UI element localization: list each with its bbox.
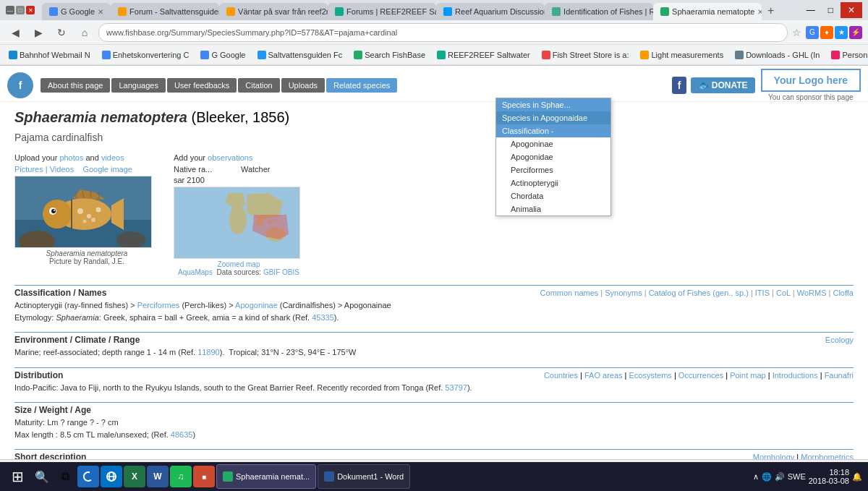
dropdown-item-apogoninae[interactable]: Apogoninae <box>496 137 610 150</box>
tab-vantar[interactable]: Väntar på svar från reef2ree ✕ <box>219 3 328 20</box>
worms-link[interactable]: WoRMS <box>797 289 827 297</box>
start-button[interactable]: ⊞ <box>6 465 30 488</box>
notification-icon[interactable]: 🔔 <box>852 472 862 482</box>
ext-icon-1[interactable]: G <box>806 26 819 39</box>
ext-icon-3[interactable]: ★ <box>835 26 848 39</box>
perciformes-link[interactable]: Perciformes <box>137 301 180 309</box>
countries-link[interactable]: Countries <box>544 371 578 380</box>
fao-areas-link[interactable]: FAO areas <box>584 371 623 380</box>
app-icon-6[interactable]: ■ <box>193 466 215 487</box>
tray-icon-arrow[interactable]: ∧ <box>753 472 759 482</box>
nav-about-page[interactable]: About this page <box>41 78 110 93</box>
tab-reef-aquarium[interactable]: Reef Aquarium Discussion | ✕ <box>436 3 545 20</box>
ref-53797[interactable]: 53797 <box>445 383 467 392</box>
browser-restore-btn[interactable]: □ <box>822 2 839 18</box>
ref-11890[interactable]: 11890 <box>197 348 220 356</box>
point-map-link[interactable]: Point map <box>730 371 766 380</box>
bookmark-reef2reef[interactable]: REEF2REEF Saltwater <box>434 49 533 61</box>
ref-48635[interactable]: 48635 <box>171 430 193 439</box>
videos-link2[interactable]: Videos <box>50 165 74 174</box>
occurrences-link[interactable]: Occurrences <box>678 371 723 380</box>
maximize-button[interactable]: □ <box>16 6 25 14</box>
dropdown-header-apogonidae[interactable]: Species in Apogonaidae <box>496 111 610 124</box>
minimize-button[interactable]: — <box>6 6 14 14</box>
spotify-taskbar-icon[interactable]: ♫ <box>170 466 192 487</box>
edge-taskbar-icon[interactable] <box>77 466 99 487</box>
add-obs-link[interactable]: observations <box>208 153 252 162</box>
refresh-button[interactable]: ↻ <box>52 23 71 42</box>
google-image-link[interactable]: Google image <box>82 165 132 174</box>
synonyms-link[interactable]: Synonyms <box>605 289 642 297</box>
tab-identification[interactable]: Identification of Fishes | REI ✕ <box>545 3 653 20</box>
dropdown-item-actinopterygii[interactable]: Actinopterygii <box>496 176 610 189</box>
language-indicator[interactable]: SWE <box>788 472 806 481</box>
nav-uploads[interactable]: Uploads <box>281 78 325 93</box>
clock[interactable]: 18:18 2018-03-08 <box>809 468 849 485</box>
dropdown-header-species[interactable]: Species in Sphae... <box>496 98 610 111</box>
home-button[interactable]: ⌂ <box>75 23 94 42</box>
tab-close-icon[interactable]: ✕ <box>98 8 103 16</box>
aquamaps-link[interactable]: AquaMaps <box>178 268 213 276</box>
faunafri-link[interactable]: Faunafri <box>825 371 854 380</box>
dropdown-item-apogonidae[interactable]: Apogonidae <box>496 150 610 163</box>
bookmark-search-fishbase[interactable]: Search FishBase <box>351 49 428 61</box>
task-view-icon[interactable]: ⧉ <box>54 466 76 487</box>
taskbar-app-browser[interactable]: Sphaeramia nemat... <box>216 464 316 489</box>
introductions-link[interactable]: Introductions <box>773 371 818 380</box>
bookmark-star-icon[interactable]: ☆ <box>792 27 801 38</box>
cloffa-link[interactable]: Cloffa <box>833 289 854 297</box>
ie-taskbar-icon[interactable] <box>101 466 122 487</box>
itis-link[interactable]: ITIS <box>755 289 770 297</box>
ecosystems-link[interactable]: Ecosystems <box>629 371 672 380</box>
videos-link[interactable]: videos <box>101 153 124 162</box>
obis-link[interactable]: OBIS <box>282 268 299 276</box>
bookmark-saltv[interactable]: Saltvattensguiden Fc <box>255 49 346 61</box>
distribution-map[interactable] <box>174 187 300 259</box>
apogoninae-link[interactable]: Apogoninae <box>235 301 278 309</box>
tray-icon-volume[interactable]: 🔊 <box>775 472 785 482</box>
tray-icon-network[interactable]: 🌐 <box>762 472 772 482</box>
sponsor-logo-box[interactable]: Your Logo here <box>761 69 861 92</box>
bookmark-bahnhof[interactable]: Bahnhof Webmail N <box>6 49 93 61</box>
nav-user-feedbacks[interactable]: User feedbacks <box>167 78 237 93</box>
word-taskbar-icon[interactable]: W <box>147 466 169 487</box>
excel-taskbar-icon[interactable]: X <box>124 466 145 487</box>
tab-google[interactable]: G Google ✕ <box>42 3 111 20</box>
common-names-link[interactable]: Common names <box>540 289 599 297</box>
browser-minimize-btn[interactable]: — <box>801 2 821 18</box>
dropdown-item-chordata[interactable]: Chordata <box>496 189 610 202</box>
address-bar[interactable]: www.fishbase.org/Summary/SpeciesSummary.… <box>98 23 788 42</box>
donate-button[interactable]: 🐟 DONATE <box>691 77 754 93</box>
dropdown-item-classification[interactable]: Classification - <box>496 124 610 137</box>
tab-forum-saltvattensg[interactable]: Forum - Saltvattensguiden ✕ <box>111 3 219 20</box>
bookmark-fishstreet[interactable]: Fish Street Store is a: <box>539 49 632 61</box>
watcher-link[interactable]: Watcher <box>241 165 271 174</box>
ext-icon-2[interactable]: ♦ <box>820 26 833 39</box>
facebook-icon[interactable]: f <box>672 77 687 94</box>
dropdown-item-animalia[interactable]: Animalia <box>496 202 610 215</box>
col-link[interactable]: CoL <box>776 289 791 297</box>
tab-sphaeramia-active[interactable]: Sphaeramia nematopte ✕ <box>653 3 762 20</box>
gbif-link[interactable]: GBIF <box>263 268 280 276</box>
bookmark-downloads[interactable]: Downloads - GHL (In <box>732 49 822 61</box>
nav-languages[interactable]: Languages <box>111 78 165 93</box>
ref-45335[interactable]: 45335 <box>312 313 334 322</box>
search-taskbar-icon[interactable]: 🔍 <box>31 466 53 487</box>
browser-close-btn[interactable]: ✕ <box>841 2 862 18</box>
new-tab-button[interactable]: + <box>762 1 780 20</box>
nav-citation[interactable]: Citation <box>238 78 279 93</box>
catalog-fishes-link[interactable]: Catalog of Fishes (gen., sp.) <box>649 289 749 297</box>
ext-icon-4[interactable]: ⚡ <box>849 26 862 39</box>
tab-reef2reef[interactable]: Forums | REEF2REEF Saltwal ✕ <box>328 3 436 20</box>
photos-link[interactable]: photos <box>59 153 83 162</box>
back-button[interactable]: ◀ <box>6 23 25 42</box>
bookmark-units[interactable]: Enhetskonvertering C <box>99 49 192 61</box>
ecology-link[interactable]: Ecology <box>825 336 854 344</box>
pictures-link[interactable]: Pictures <box>14 165 43 174</box>
bookmark-google[interactable]: G Google <box>197 49 248 61</box>
forward-button[interactable]: ▶ <box>29 23 48 42</box>
nav-related-species[interactable]: Related species <box>326 78 397 93</box>
close-button[interactable]: ✕ <box>26 6 35 14</box>
dropdown-item-perciformes[interactable]: Perciformes <box>496 163 610 176</box>
bookmark-personal[interactable]: Personlig bankkontak <box>828 49 868 61</box>
